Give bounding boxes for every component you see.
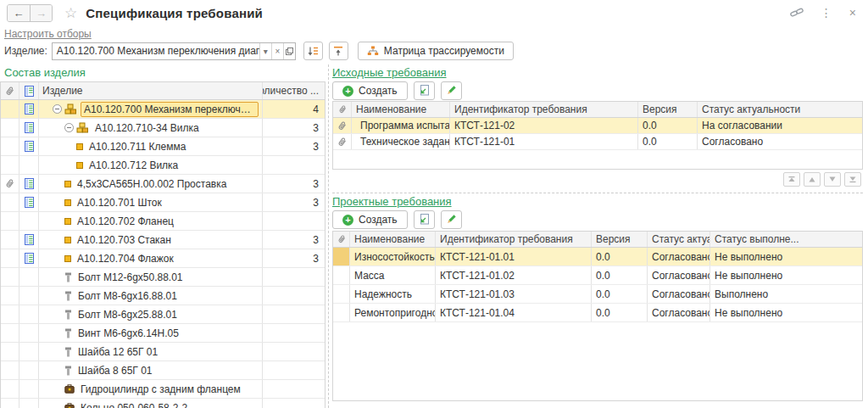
forward-button[interactable]: → [30, 5, 52, 21]
attachment-column-header[interactable] [1, 82, 19, 99]
tree-cell-product: Болт М8-6gx25.88.01 [39, 305, 263, 323]
project-create-label: Создать [359, 214, 398, 226]
tree-row[interactable]: 4,5х3СА565Н.00.002 Проставка3 [1, 175, 325, 193]
tree-row[interactable]: Гидроцилиндр с задним фланцем [1, 380, 325, 399]
quantity-column-header[interactable]: Количество ... [263, 82, 325, 99]
status-column-header[interactable]: Статус актуаль... [648, 232, 710, 247]
tree-row[interactable]: А10.120.712 Вилка [1, 156, 325, 175]
identifier-column-header[interactable]: Идентификатор требования [450, 102, 638, 117]
tree-row[interactable]: А10.120.704 Флажок3 [1, 249, 325, 268]
history-nav: ← → [7, 4, 53, 22]
page-title: Спецификация требований [86, 6, 263, 20]
attachment-column-header[interactable] [333, 102, 352, 117]
cell-attachment [333, 266, 350, 284]
tree-cell-quantity [263, 361, 325, 379]
horizontal-splitter[interactable] [332, 193, 863, 193]
source-requirements-title[interactable]: Исходные требования [332, 66, 447, 79]
document-icon [24, 178, 35, 189]
document-icon [24, 103, 35, 115]
move-top-button[interactable] [783, 172, 800, 187]
tree-item-label: А10.120.700 Механизм переключения диапаз… [81, 102, 259, 117]
tree-cell-document [19, 137, 39, 155]
project-requirement-row[interactable]: ИзносостойкостьКТСТ-121-01.010.0Согласов… [333, 248, 862, 266]
back-button[interactable]: ← [8, 5, 30, 21]
tree-cell-product: Гидроцилиндр с задним фланцем [39, 380, 263, 398]
cell-identifier: КТСТ-121-01.01 [436, 248, 592, 265]
identifier-column-header[interactable]: Идентификатор требования [436, 232, 592, 247]
fastener-icon [64, 366, 72, 376]
tree-row[interactable]: А10.120.701 Шток3 [1, 193, 325, 212]
name-column-header[interactable]: Наименование [350, 232, 436, 247]
tree-row[interactable]: А10.120.703 Стакан3 [1, 231, 325, 249]
tree-row[interactable]: Болт М8-6gx25.88.01 [1, 305, 325, 324]
dropdown-icon[interactable]: ▾ [259, 43, 271, 59]
tree-row[interactable]: А10.120.700 Механизм переключения диапаз… [1, 100, 325, 119]
tree-item-label: Болт М12-6gx50.88.01 [75, 271, 186, 284]
tree-row[interactable]: Винт М6-6gx6.14Н.05 [1, 324, 325, 343]
tree-cell-quantity [263, 380, 325, 398]
tree-row[interactable]: А10.120.702 Фланец [1, 212, 325, 231]
configure-filters-link[interactable]: Настроить отборы [4, 28, 92, 40]
tree-item-label: Болт М8-6gx16.88.01 [75, 289, 180, 303]
part-icon [64, 255, 71, 262]
source-copy-button[interactable] [414, 81, 435, 100]
status-column-header[interactable]: Статус актуальности [698, 102, 862, 117]
expand-all-button[interactable] [303, 42, 323, 60]
tree-row[interactable]: Кольцо 050-060-58-2-2 [1, 399, 325, 408]
version-column-header[interactable]: Версия [638, 102, 698, 117]
project-requirements-title[interactable]: Проектные требования [332, 195, 452, 208]
tree-row[interactable]: А10.120.710-34 Вилка3 [1, 119, 325, 137]
open-item-icon[interactable] [283, 43, 295, 59]
project-requirement-row[interactable]: РемонтопригодностьКТСТ-121-01.040.0Согла… [333, 304, 862, 322]
project-requirement-row[interactable]: МассаКТСТ-121-01.020.0СогласованоНе выпо… [333, 266, 862, 285]
project-create-button[interactable]: +Создать [332, 210, 408, 229]
tree-cell-attachment [1, 119, 19, 137]
source-requirement-row[interactable]: Программа испытанийКТСТ-121-020.0На согл… [333, 118, 862, 134]
tree-expander-icon[interactable] [53, 104, 62, 114]
composition-title[interactable]: Состав изделия [4, 66, 86, 79]
project-copy-button[interactable] [414, 210, 435, 229]
tree-row[interactable]: Шайба 12 65Г 01 [1, 343, 325, 361]
document-column-header[interactable] [19, 82, 39, 99]
attachment-column-header[interactable] [333, 232, 350, 247]
source-requirement-row[interactable]: Техническое заданиеКТСТ-121-010.0Согласо… [333, 134, 862, 150]
name-column-header[interactable]: Наименование [352, 102, 450, 117]
close-icon[interactable]: × [849, 7, 856, 19]
project-requirement-row[interactable]: НадежностьКТСТ-121-01.030.0СогласованоВы… [333, 285, 862, 304]
version-column-header[interactable]: Версия [592, 232, 648, 247]
tree-row[interactable]: А10.120.711 Клемма3 [1, 137, 325, 156]
move-bottom-button[interactable] [844, 172, 861, 187]
tree-row[interactable]: Болт М8-6gx16.88.01 [1, 287, 325, 305]
tree-cell-attachment [1, 175, 19, 193]
product-field[interactable]: А10.120.700 Механизм переключения диапаз… [52, 42, 296, 60]
part-icon [76, 162, 83, 169]
more-menu-icon[interactable]: ⋮ [821, 7, 832, 19]
matrix-icon [367, 46, 379, 56]
collapse-all-button[interactable] [329, 42, 348, 60]
tree-cell-product: Шайба 8 65Г 01 [39, 361, 263, 379]
product-value[interactable]: А10.120.700 Механизм переключения диапаз… [53, 43, 259, 59]
tree-row[interactable]: Шайба 8 65Г 01 [1, 361, 325, 380]
tree-cell-document [19, 175, 39, 193]
tree-expander-icon[interactable] [64, 123, 74, 132]
tree-cell-document [19, 193, 39, 211]
cell-version: 0.0 [592, 248, 648, 265]
vertical-splitter[interactable] [328, 64, 329, 408]
project-edit-button[interactable] [441, 210, 462, 229]
cell-identifier: КТСТ-121-01.04 [436, 304, 592, 321]
source-create-button[interactable]: +Создать [332, 81, 408, 100]
move-up-button[interactable] [804, 172, 821, 187]
tree-cell-attachment [1, 380, 19, 398]
tree-row[interactable]: Болт М12-6gx50.88.01 [1, 268, 325, 287]
traceability-matrix-button[interactable]: Матрица трассируемости [358, 42, 514, 60]
move-down-button[interactable] [824, 172, 841, 187]
execution-column-header[interactable]: Статус выполне... [710, 232, 862, 247]
get-link-icon[interactable] [790, 7, 804, 20]
source-edit-button[interactable] [441, 81, 462, 100]
favorite-star-icon[interactable]: ☆ [64, 6, 77, 20]
tree-item-label: Болт М8-6gx25.88.01 [75, 308, 180, 321]
clear-field-icon[interactable]: × [271, 43, 283, 59]
product-column-header[interactable]: Изделие [39, 82, 263, 99]
tree-item-label: Гидроцилиндр с задним фланцем [78, 383, 243, 396]
window-actions: ⋮ × [790, 7, 868, 20]
